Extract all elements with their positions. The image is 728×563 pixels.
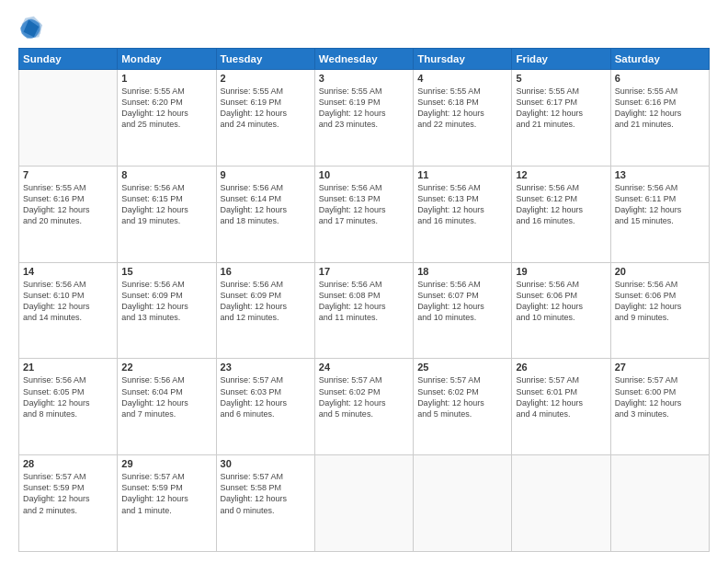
day-info: Sunrise: 5:55 AM Sunset: 6:18 PM Dayligh… — [417, 86, 507, 131]
day-number: 23 — [221, 362, 311, 373]
calendar-cell: 18Sunrise: 5:56 AM Sunset: 6:07 PM Dayli… — [414, 262, 512, 359]
day-info: Sunrise: 5:56 AM Sunset: 6:06 PM Dayligh… — [516, 279, 606, 324]
day-info: Sunrise: 5:56 AM Sunset: 6:09 PM Dayligh… — [221, 279, 311, 324]
calendar-cell: 10Sunrise: 5:56 AM Sunset: 6:13 PM Dayli… — [314, 166, 413, 262]
calendar-cell: 15Sunrise: 5:56 AM Sunset: 6:09 PM Dayli… — [118, 262, 216, 359]
day-info: Sunrise: 5:56 AM Sunset: 6:07 PM Dayligh… — [417, 279, 507, 324]
calendar-cell: 6Sunrise: 5:55 AM Sunset: 6:16 PM Daylig… — [610, 70, 709, 167]
day-info: Sunrise: 5:57 AM Sunset: 6:00 PM Dayligh… — [615, 374, 705, 419]
day-info: Sunrise: 5:55 AM Sunset: 6:20 PM Dayligh… — [121, 86, 211, 131]
calendar-cell: 28Sunrise: 5:57 AM Sunset: 5:59 PM Dayli… — [19, 455, 118, 552]
calendar-cell: 8Sunrise: 5:56 AM Sunset: 6:15 PM Daylig… — [118, 166, 216, 262]
calendar-cell: 4Sunrise: 5:55 AM Sunset: 6:18 PM Daylig… — [414, 70, 512, 167]
calendar-cell — [314, 455, 413, 552]
day-number: 24 — [319, 362, 409, 373]
calendar-cell: 24Sunrise: 5:57 AM Sunset: 6:02 PM Dayli… — [314, 359, 413, 455]
day-info: Sunrise: 5:57 AM Sunset: 5:58 PM Dayligh… — [221, 471, 311, 516]
calendar-cell: 2Sunrise: 5:55 AM Sunset: 6:19 PM Daylig… — [216, 70, 314, 167]
calendar-cell: 23Sunrise: 5:57 AM Sunset: 6:03 PM Dayli… — [216, 359, 314, 455]
calendar-cell — [414, 455, 512, 552]
day-number: 12 — [516, 169, 606, 180]
logo-icon — [18, 15, 44, 40]
calendar-cell: 17Sunrise: 5:56 AM Sunset: 6:08 PM Dayli… — [314, 262, 413, 359]
logo — [18, 15, 48, 40]
weekday-header-row: SundayMondayTuesdayWednesdayThursdayFrid… — [19, 49, 710, 70]
day-info: Sunrise: 5:55 AM Sunset: 6:19 PM Dayligh… — [319, 86, 409, 131]
calendar-cell: 9Sunrise: 5:56 AM Sunset: 6:14 PM Daylig… — [216, 166, 314, 262]
week-row-2: 7Sunrise: 5:55 AM Sunset: 6:16 PM Daylig… — [19, 166, 710, 262]
day-info: Sunrise: 5:56 AM Sunset: 6:06 PM Dayligh… — [615, 279, 705, 324]
weekday-header-thursday: Thursday — [414, 49, 512, 70]
day-number: 5 — [516, 73, 606, 84]
day-info: Sunrise: 5:56 AM Sunset: 6:12 PM Dayligh… — [516, 182, 606, 227]
day-info: Sunrise: 5:56 AM Sunset: 6:09 PM Dayligh… — [121, 279, 211, 324]
calendar-cell: 21Sunrise: 5:56 AM Sunset: 6:05 PM Dayli… — [19, 359, 118, 455]
calendar-cell — [610, 455, 709, 552]
calendar-cell: 1Sunrise: 5:55 AM Sunset: 6:20 PM Daylig… — [118, 70, 216, 167]
day-number: 15 — [121, 266, 211, 277]
calendar-cell: 19Sunrise: 5:56 AM Sunset: 6:06 PM Dayli… — [512, 262, 610, 359]
calendar-cell: 20Sunrise: 5:56 AM Sunset: 6:06 PM Dayli… — [610, 262, 709, 359]
calendar-cell: 7Sunrise: 5:55 AM Sunset: 6:16 PM Daylig… — [19, 166, 118, 262]
day-number: 14 — [23, 266, 113, 277]
day-number: 9 — [221, 169, 311, 180]
day-number: 17 — [319, 266, 409, 277]
calendar-cell: 14Sunrise: 5:56 AM Sunset: 6:10 PM Dayli… — [19, 262, 118, 359]
day-number: 3 — [319, 73, 409, 84]
day-info: Sunrise: 5:56 AM Sunset: 6:13 PM Dayligh… — [319, 182, 409, 227]
day-number: 4 — [417, 73, 507, 84]
weekday-header-wednesday: Wednesday — [314, 49, 413, 70]
calendar-cell: 11Sunrise: 5:56 AM Sunset: 6:13 PM Dayli… — [414, 166, 512, 262]
week-row-1: 1Sunrise: 5:55 AM Sunset: 6:20 PM Daylig… — [19, 70, 710, 167]
day-number: 1 — [121, 73, 211, 84]
day-number: 2 — [221, 73, 311, 84]
day-info: Sunrise: 5:57 AM Sunset: 6:02 PM Dayligh… — [417, 374, 507, 419]
calendar-cell: 5Sunrise: 5:55 AM Sunset: 6:17 PM Daylig… — [512, 70, 610, 167]
day-info: Sunrise: 5:56 AM Sunset: 6:14 PM Dayligh… — [221, 182, 311, 227]
day-number: 20 — [615, 266, 705, 277]
calendar-cell: 25Sunrise: 5:57 AM Sunset: 6:02 PM Dayli… — [414, 359, 512, 455]
calendar-cell: 27Sunrise: 5:57 AM Sunset: 6:00 PM Dayli… — [610, 359, 709, 455]
weekday-header-tuesday: Tuesday — [216, 49, 314, 70]
day-info: Sunrise: 5:56 AM Sunset: 6:04 PM Dayligh… — [121, 374, 211, 419]
day-info: Sunrise: 5:55 AM Sunset: 6:17 PM Dayligh… — [516, 86, 606, 131]
day-number: 27 — [615, 362, 705, 373]
day-number: 11 — [417, 169, 507, 180]
day-number: 19 — [516, 266, 606, 277]
day-info: Sunrise: 5:57 AM Sunset: 5:59 PM Dayligh… — [23, 471, 113, 516]
day-number: 26 — [516, 362, 606, 373]
day-number: 18 — [417, 266, 507, 277]
day-number: 28 — [23, 458, 113, 469]
weekday-header-monday: Monday — [118, 49, 216, 70]
day-number: 30 — [221, 458, 311, 469]
day-number: 8 — [121, 169, 211, 180]
day-number: 22 — [121, 362, 211, 373]
day-info: Sunrise: 5:56 AM Sunset: 6:11 PM Dayligh… — [615, 182, 705, 227]
week-row-4: 21Sunrise: 5:56 AM Sunset: 6:05 PM Dayli… — [19, 359, 710, 455]
day-info: Sunrise: 5:56 AM Sunset: 6:10 PM Dayligh… — [23, 279, 113, 324]
calendar-cell: 30Sunrise: 5:57 AM Sunset: 5:58 PM Dayli… — [216, 455, 314, 552]
calendar-cell: 16Sunrise: 5:56 AM Sunset: 6:09 PM Dayli… — [216, 262, 314, 359]
day-info: Sunrise: 5:55 AM Sunset: 6:16 PM Dayligh… — [615, 86, 705, 131]
page: SundayMondayTuesdayWednesdayThursdayFrid… — [0, 0, 728, 563]
header — [18, 15, 710, 40]
day-info: Sunrise: 5:55 AM Sunset: 6:16 PM Dayligh… — [23, 182, 113, 227]
day-info: Sunrise: 5:56 AM Sunset: 6:13 PM Dayligh… — [417, 182, 507, 227]
day-number: 10 — [319, 169, 409, 180]
calendar-cell — [512, 455, 610, 552]
day-info: Sunrise: 5:57 AM Sunset: 6:02 PM Dayligh… — [319, 374, 409, 419]
day-info: Sunrise: 5:57 AM Sunset: 6:03 PM Dayligh… — [221, 374, 311, 419]
day-info: Sunrise: 5:56 AM Sunset: 6:05 PM Dayligh… — [23, 374, 113, 419]
calendar-cell: 22Sunrise: 5:56 AM Sunset: 6:04 PM Dayli… — [118, 359, 216, 455]
calendar-cell: 26Sunrise: 5:57 AM Sunset: 6:01 PM Dayli… — [512, 359, 610, 455]
week-row-3: 14Sunrise: 5:56 AM Sunset: 6:10 PM Dayli… — [19, 262, 710, 359]
day-info: Sunrise: 5:57 AM Sunset: 5:59 PM Dayligh… — [121, 471, 211, 516]
day-number: 25 — [417, 362, 507, 373]
day-number: 6 — [615, 73, 705, 84]
calendar-table: SundayMondayTuesdayWednesdayThursdayFrid… — [18, 48, 710, 552]
weekday-header-friday: Friday — [512, 49, 610, 70]
calendar-cell: 29Sunrise: 5:57 AM Sunset: 5:59 PM Dayli… — [118, 455, 216, 552]
day-number: 21 — [23, 362, 113, 373]
day-number: 13 — [615, 169, 705, 180]
weekday-header-sunday: Sunday — [19, 49, 118, 70]
